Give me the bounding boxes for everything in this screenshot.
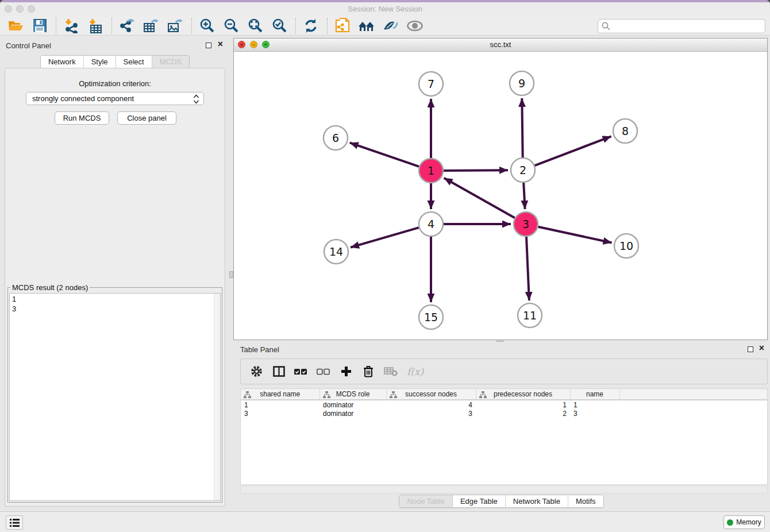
tab-select[interactable]: Select [116, 56, 152, 68]
toolbar-divider [295, 18, 296, 34]
show-columns-icon[interactable] [271, 364, 286, 379]
table-panel-close-button[interactable]: × [759, 343, 764, 353]
tab-edge-table[interactable]: Edge Table [453, 495, 506, 507]
delete-table-icon[interactable] [383, 364, 398, 379]
column-header-shared-name[interactable]: shared name [241, 389, 319, 400]
export-image-icon[interactable] [165, 17, 185, 34]
table-cell[interactable]: 2 [476, 409, 570, 418]
graph-node-15[interactable]: 15 [419, 305, 443, 329]
table-cell[interactable]: 3 [386, 409, 476, 418]
svg-text:11: 11 [523, 309, 537, 322]
graph-edge-2-9[interactable] [522, 98, 522, 157]
vertical-splitter-handle[interactable] [229, 271, 233, 278]
control-panel-close-button[interactable]: × [218, 39, 223, 49]
new-network-icon[interactable] [333, 17, 352, 34]
tab-network[interactable]: Network [41, 56, 84, 68]
task-history-button[interactable] [6, 515, 23, 530]
import-table-icon[interactable] [86, 17, 105, 34]
graph-node-1[interactable]: 1 [419, 159, 443, 183]
graph-node-14[interactable]: 14 [324, 240, 348, 264]
graph-edge-3-1[interactable] [444, 178, 515, 218]
delete-column-icon[interactable] [361, 364, 376, 379]
add-column-icon[interactable] [338, 364, 353, 379]
graph-edge-1-6[interactable] [350, 142, 419, 167]
export-network-icon[interactable] [117, 17, 137, 34]
graph-edge-4-14[interactable] [351, 228, 419, 248]
graph-node-2[interactable]: 2 [511, 158, 535, 182]
optimization-criterion-label: Optimization criterion: [5, 79, 225, 88]
network-graph-canvas[interactable]: 7968124314101511 [234, 52, 767, 340]
zoom-out-icon[interactable] [221, 17, 241, 34]
tab-style[interactable]: Style [84, 56, 116, 68]
search-box [598, 19, 765, 33]
graph-node-8[interactable]: 8 [613, 119, 637, 143]
table-cell[interactable]: 1 [241, 400, 319, 409]
toolbar-divider [56, 18, 56, 34]
table-row[interactable]: 1dominator411 [241, 400, 767, 409]
tree-icon [390, 391, 397, 398]
open-file-icon[interactable] [6, 17, 25, 34]
mcds-result-scrollbar[interactable] [214, 294, 220, 500]
graph-node-4[interactable]: 4 [419, 212, 443, 236]
vizmap-icon[interactable] [381, 17, 401, 34]
column-header-predecessor-nodes[interactable]: predecessor nodes [476, 389, 570, 400]
graph-node-11[interactable]: 11 [518, 303, 542, 327]
memory-button[interactable]: Memory [723, 515, 765, 529]
graph-edge-2-8[interactable] [535, 136, 611, 165]
graph-edge-1-2[interactable] [444, 170, 508, 171]
network-view-window: × − + scc.txt 7968124314101511 [233, 38, 768, 340]
tab-motifs[interactable]: Motifs [568, 495, 603, 507]
network-view-titlebar[interactable]: × − + scc.txt [234, 38, 767, 52]
graph-node-6[interactable]: 6 [324, 126, 348, 150]
show-hide-icon[interactable] [405, 17, 425, 34]
control-panel-float-button[interactable] [206, 43, 211, 48]
export-table-icon[interactable] [141, 17, 161, 34]
refresh-layout-icon[interactable] [301, 17, 321, 34]
mcds-result-title: MCDS result (2 nodes) [10, 283, 90, 292]
column-header-filler [619, 389, 767, 400]
table-cell[interactable]: dominator [319, 409, 386, 418]
home-layout-icon[interactable] [357, 17, 376, 34]
column-header-mcds-role[interactable]: MCDS role [319, 389, 386, 400]
zoom-selected-icon[interactable] [270, 17, 289, 34]
function-builder-icon[interactable]: f(x) [406, 364, 424, 379]
close-panel-button[interactable]: Close panel [117, 111, 176, 125]
optimization-criterion-select[interactable]: strongly connected component [26, 92, 204, 105]
memory-label: Memory [736, 518, 761, 526]
search-input[interactable] [598, 19, 765, 33]
table-cell[interactable]: 3 [570, 409, 619, 418]
zoom-fit-icon[interactable] [245, 17, 265, 34]
table-cell[interactable]: dominator [319, 400, 386, 409]
table-cell[interactable]: 1 [476, 400, 570, 409]
table-horizontal-scrollbar[interactable] [240, 485, 768, 494]
mcds-result-fieldset: MCDS result (2 nodes) 13 [7, 283, 222, 503]
unselect-all-icon[interactable] [316, 364, 331, 379]
table-cell[interactable]: 3 [241, 409, 319, 418]
column-header-name[interactable]: name [570, 389, 619, 400]
select-all-icon[interactable] [294, 364, 309, 379]
graph-edge-3-10[interactable] [538, 227, 612, 243]
run-mcds-button[interactable]: Run MCDS [55, 111, 109, 125]
mcds-result-line: 3 [12, 304, 218, 314]
graph-node-7[interactable]: 7 [419, 72, 443, 96]
mcds-result-text[interactable]: 13 [9, 293, 221, 501]
tab-node-table[interactable]: Node Table [399, 495, 453, 507]
settings-gear-icon[interactable] [249, 364, 264, 379]
toolbar-divider [111, 18, 112, 34]
table-cell[interactable]: 4 [386, 400, 476, 409]
table-cell[interactable]: 1 [570, 400, 619, 409]
import-network-icon[interactable] [61, 17, 81, 34]
graph-edge-3-11[interactable] [526, 237, 529, 300]
table-row[interactable]: 3dominator323 [241, 409, 767, 418]
tree-icon [479, 391, 487, 398]
table-panel-float-button[interactable] [748, 346, 753, 352]
save-session-icon[interactable] [30, 17, 49, 34]
tab-mcds[interactable]: MCDS [152, 56, 189, 68]
graph-node-9[interactable]: 9 [510, 71, 534, 95]
graph-node-3[interactable]: 3 [514, 212, 538, 236]
column-header-successor-nodes[interactable]: successor nodes [386, 389, 476, 400]
graph-node-10[interactable]: 10 [614, 234, 638, 258]
tab-network-table[interactable]: Network Table [506, 495, 568, 507]
graph-edge-2-3[interactable] [523, 183, 525, 209]
zoom-in-icon[interactable] [197, 17, 217, 34]
